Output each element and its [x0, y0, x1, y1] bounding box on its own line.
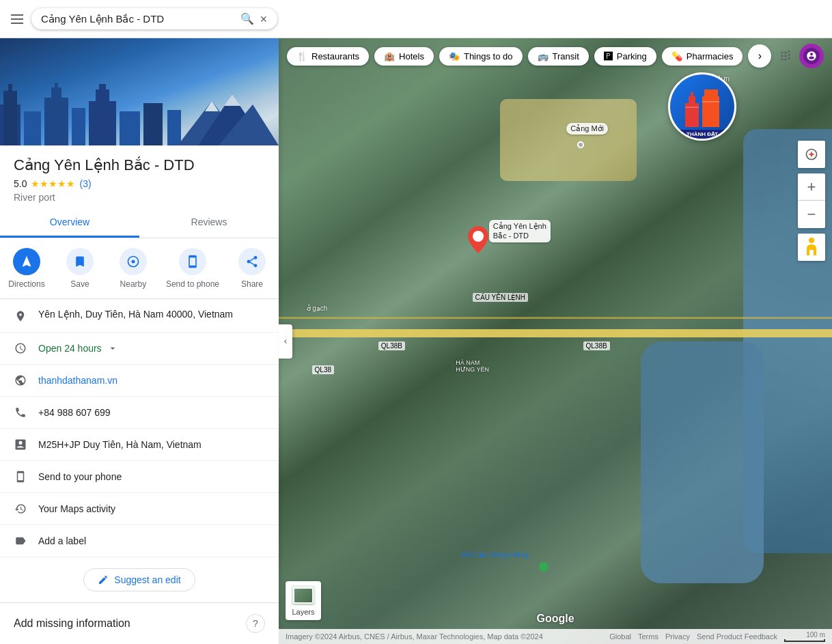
info-section: Yên Lệnh, Duy Tiên, Hà Nam 40000, Vietna… [0, 299, 279, 557]
footer-terms-link[interactable]: Terms [638, 632, 658, 641]
phone-row: +84 988 607 699 [0, 397, 279, 429]
more-chips-button[interactable]: › [748, 44, 771, 68]
nearby-button[interactable]: Nearby [113, 248, 154, 289]
place-info: Cảng Yên Lệnh Bắc - DTD 5.0 ★★★★★ (3) Ri… [0, 145, 279, 208]
ben-cat-label: ở gạch [307, 305, 328, 312]
grid-icon [14, 438, 27, 451]
filter-chip-hotels-label: Hotels [399, 51, 424, 61]
hours-chevron-icon[interactable] [107, 343, 118, 354]
satellite-map: QL38B QL38B QL38 CẦU YÊN LỆNH HÀ NAMHƯNG… [279, 38, 832, 644]
filter-chip-things-to-do[interactable]: 🎭 Things to do [439, 47, 523, 66]
road-label-ql38: QL38 [312, 365, 334, 374]
google-apps-button[interactable] [777, 44, 794, 68]
road-label-ql38b-2: QL38B [583, 341, 610, 350]
filter-chip-parking[interactable]: 🅿 Parking [594, 47, 656, 66]
footer-feedback-link[interactable]: Send Product Feedback [697, 632, 777, 641]
filter-chip-pharmacies[interactable]: 💊 Pharmacies [662, 47, 743, 66]
search-box: 🔍 ✕ [31, 8, 277, 29]
scale-label: 100 m [806, 631, 825, 639]
tab-reviews[interactable]: Reviews [139, 208, 279, 238]
search-input[interactable] [41, 13, 235, 25]
globe-icon [14, 374, 27, 387]
save-label: Save [70, 279, 89, 289]
compass-button[interactable] [798, 141, 825, 168]
restaurant-icon: 🍴 [296, 51, 307, 61]
svg-point-19 [131, 260, 135, 264]
phone-icon [14, 406, 27, 419]
map-footer: Imagery ©2024 Airbus, CNES / Airbus, Max… [279, 629, 832, 644]
place-type: River port [14, 192, 265, 203]
action-buttons-row: Directions Save Nearby Sen [0, 238, 279, 299]
zoom-in-button[interactable]: + [798, 173, 825, 201]
send-phone-text: Send to your phone [38, 471, 122, 482]
layers-button[interactable]: Layers [286, 581, 321, 620]
clear-search-button[interactable]: ✕ [260, 14, 268, 25]
map-controls: + − [798, 141, 825, 261]
add-label-row[interactable]: Add a label [0, 525, 279, 557]
send-phone-icon [14, 471, 27, 483]
transit-icon: 🚌 [538, 51, 549, 61]
filter-chip-pharmacies-label: Pharmacies [687, 51, 734, 61]
business-logo-overlay[interactable]: THÀNH ĐẠT [668, 72, 736, 141]
rating-count[interactable]: (3) [79, 178, 91, 189]
layers-label: Layers [292, 608, 314, 616]
directions-button[interactable]: Directions [6, 248, 47, 289]
missing-info-help-button[interactable]: ? [246, 614, 265, 633]
share-button[interactable]: Share [232, 248, 273, 289]
filter-chip-hotels[interactable]: 🏨 Hotels [374, 47, 434, 66]
hours-row[interactable]: Open 24 hours [0, 333, 279, 365]
filter-chip-things-label: Things to do [464, 51, 513, 61]
nearby-label: Nearby [120, 279, 147, 289]
missing-info-section: Add missing information ? [0, 602, 279, 644]
map-attribution: Imagery ©2024 Airbus, CNES / Airbus, Max… [286, 632, 602, 641]
website-link[interactable]: thanhdathanam.vn [38, 375, 117, 386]
svg-point-20 [473, 231, 484, 242]
svg-rect-1 [3, 91, 17, 145]
tab-overview[interactable]: Overview [0, 208, 139, 238]
map-area: QL38B QL38B QL38 CẦU YÊN LỆNH HÀ NAMHƯNG… [279, 38, 832, 644]
stars-icon: ★★★★★ [31, 178, 75, 189]
save-button[interactable]: Save [59, 248, 100, 289]
collapse-panel-button[interactable] [279, 324, 292, 359]
search-icon-button[interactable]: 🔍 [240, 12, 254, 25]
rating-score: 5.0 [14, 178, 27, 189]
svg-rect-4 [44, 98, 68, 145]
share-label: Share [241, 279, 263, 289]
svg-rect-7 [72, 108, 85, 145]
svg-rect-12 [143, 103, 163, 145]
place-title: Cảng Yên Lệnh Bắc - DTD [14, 156, 265, 174]
filter-chip-transit-label: Transit [553, 51, 579, 61]
plus-code-text: M25H+JP Duy Tiên, Hà Nam, Vietnam [38, 439, 202, 450]
filter-chip-restaurants-label: Restaurants [311, 51, 359, 61]
svg-rect-8 [89, 101, 116, 145]
footer-privacy-link[interactable]: Privacy [665, 632, 690, 641]
phone-text: +84 988 607 699 [38, 407, 111, 418]
svg-rect-11 [120, 111, 140, 145]
marker-label: Cảng Yên LệnhBắc - DTD [489, 220, 551, 242]
location-icon [14, 310, 27, 322]
maps-activity-row[interactable]: Your Maps activity [0, 493, 279, 525]
svg-rect-3 [24, 111, 41, 145]
svg-rect-13 [167, 110, 181, 145]
hamburger-menu-button[interactable] [8, 12, 26, 27]
send-to-phone-button[interactable]: Send to phone [166, 248, 219, 289]
svg-rect-2 [8, 84, 12, 91]
address-text: Yên Lệnh, Duy Tiên, Hà Nam 40000, Vietna… [38, 309, 233, 320]
svg-rect-5 [51, 87, 61, 98]
place-marker[interactable] [468, 226, 488, 256]
footer-global-link[interactable]: Global [609, 632, 631, 641]
hours-content: Open 24 hours [38, 343, 118, 354]
send-phone-row[interactable]: Send to your phone [0, 461, 279, 493]
bridge-label: CẦU YÊN LỆNH [473, 293, 528, 302]
street-view-button[interactable] [798, 234, 825, 261]
user-avatar[interactable] [799, 44, 824, 68]
suggest-edit-label: Suggest an edit [114, 574, 180, 585]
suggest-edit-button[interactable]: Suggest an edit [83, 568, 195, 591]
send-phone-label: Send to phone [166, 279, 219, 289]
activity-icon [14, 503, 27, 515]
filter-chip-restaurants[interactable]: 🍴 Restaurants [287, 47, 369, 66]
zoom-out-button[interactable]: − [798, 201, 825, 228]
plus-code-row: M25H+JP Duy Tiên, Hà Nam, Vietnam [0, 429, 279, 461]
filter-chip-transit[interactable]: 🚌 Transit [528, 47, 589, 66]
svg-rect-9 [96, 89, 109, 101]
